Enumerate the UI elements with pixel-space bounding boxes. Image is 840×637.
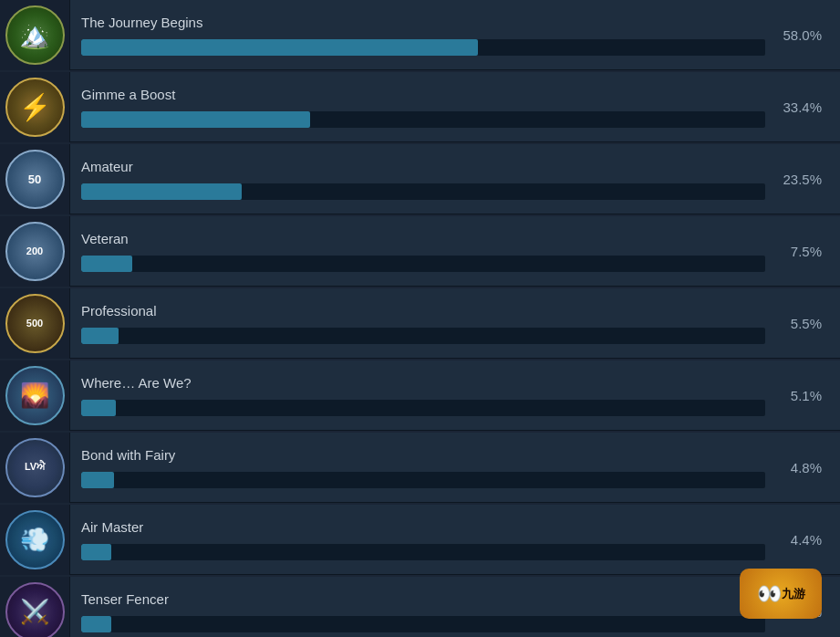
achievement-list: The Journey Begins58.0%Gimme a Boost33.4… — [0, 0, 840, 637]
icon-professional — [5, 294, 65, 353]
achievement-row-veteran: Veteran7.5% — [0, 216, 840, 287]
watermark-face: 👀 — [757, 582, 782, 606]
progress-bar-fill-boost — [81, 111, 310, 128]
achievement-row-bond: Bond with Fairy4.8% — [0, 433, 840, 503]
achievement-icon-amateur — [0, 144, 70, 214]
achievement-row-boost: Gimme a Boost33.4% — [0, 72, 840, 142]
achievement-icon-tenser — [0, 577, 70, 638]
progress-bar-bg-boost — [81, 111, 765, 128]
progress-bar-fill-professional — [81, 328, 119, 344]
achievement-icon-bond — [0, 433, 70, 503]
icon-where — [5, 366, 65, 425]
progress-bar-bg-tenser — [81, 616, 765, 632]
achievement-icon-boost — [0, 72, 70, 142]
watermark-badge: 👀 九游 — [740, 569, 822, 619]
icon-tenser — [5, 582, 65, 638]
achievement-row-professional: Professional5.5% — [0, 288, 840, 359]
progress-bar-bg-professional — [81, 328, 765, 344]
progress-bar-bg-amateur — [81, 183, 765, 200]
achievement-content-bond: Bond with Fairy — [70, 433, 776, 502]
achievement-percent-professional: 5.5% — [776, 316, 840, 331]
achievement-name-amateur: Amateur — [81, 159, 765, 174]
achievement-percent-where: 5.1% — [776, 388, 840, 403]
icon-amateur — [5, 150, 65, 209]
achievement-content-tenser: Tenser Fencer — [70, 577, 776, 637]
achievement-name-airmaster: Air Master — [81, 519, 765, 535]
icon-boost — [5, 78, 65, 137]
achievement-name-journey: The Journey Begins — [81, 15, 765, 30]
achievement-icon-journey — [0, 0, 70, 70]
progress-bar-fill-journey — [81, 39, 478, 56]
achievement-row-tenser: Tenser Fencer4.4% — [0, 577, 840, 637]
achievement-percent-bond: 4.8% — [776, 460, 840, 475]
progress-bar-bg-veteran — [81, 256, 765, 272]
progress-bar-fill-airmaster — [81, 544, 111, 560]
achievement-row-journey: The Journey Begins58.0% — [0, 0, 840, 70]
icon-airmaster — [5, 510, 65, 569]
achievement-content-amateur: Amateur — [70, 144, 776, 214]
icon-bond — [5, 438, 65, 497]
watermark-text: 九游 — [782, 586, 805, 602]
achievement-percent-boost: 33.4% — [776, 99, 840, 115]
achievement-icon-veteran — [0, 216, 70, 287]
progress-bar-fill-amateur — [81, 183, 242, 200]
achievement-content-boost: Gimme a Boost — [70, 72, 776, 141]
achievement-content-journey: The Journey Begins — [70, 0, 776, 69]
progress-bar-bg-bond — [81, 472, 765, 488]
progress-bar-fill-bond — [81, 472, 114, 488]
progress-bar-fill-where — [81, 400, 116, 416]
achievement-name-tenser: Tenser Fencer — [81, 591, 765, 607]
achievement-name-boost: Gimme a Boost — [81, 87, 765, 102]
achievement-name-bond: Bond with Fairy — [81, 447, 765, 463]
achievement-name-where: Where… Are We? — [81, 375, 765, 391]
achievement-icon-where — [0, 360, 70, 431]
icon-veteran — [5, 222, 65, 281]
achievement-content-professional: Professional — [70, 288, 776, 358]
achievement-percent-amateur: 23.5% — [776, 172, 840, 187]
achievement-percent-journey: 58.0% — [776, 27, 840, 43]
progress-bar-bg-journey — [81, 39, 765, 56]
achievement-row-amateur: Amateur23.5% — [0, 144, 840, 214]
achievement-row-where: Where… Are We?5.1% — [0, 360, 840, 431]
progress-bar-bg-airmaster — [81, 544, 765, 560]
icon-journey — [5, 5, 65, 65]
achievement-icon-professional — [0, 288, 70, 359]
achievement-content-airmaster: Air Master — [70, 505, 776, 574]
achievement-name-veteran: Veteran — [81, 231, 765, 246]
progress-bar-bg-where — [81, 400, 765, 416]
achievement-content-where: Where… Are We? — [70, 360, 776, 430]
progress-bar-fill-tenser — [81, 616, 111, 632]
achievement-row-airmaster: Air Master4.4% — [0, 505, 840, 575]
achievement-content-veteran: Veteran — [70, 216, 776, 286]
achievement-name-professional: Professional — [81, 303, 765, 318]
achievement-icon-airmaster — [0, 505, 70, 575]
achievement-percent-airmaster: 4.4% — [776, 532, 840, 548]
progress-bar-fill-veteran — [81, 256, 132, 272]
achievement-percent-veteran: 7.5% — [776, 244, 840, 259]
